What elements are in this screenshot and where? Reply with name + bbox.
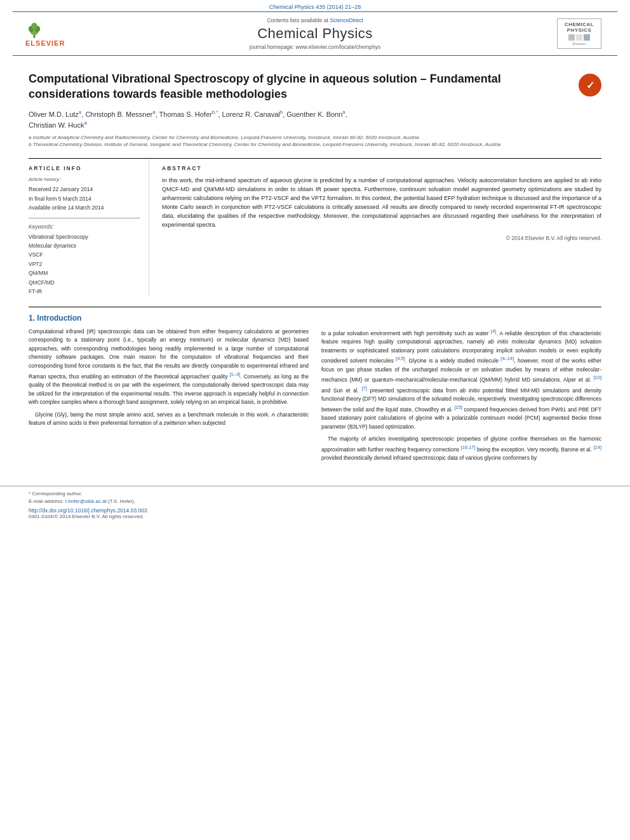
keyword-4: VPT2 bbox=[29, 260, 140, 269]
email-address: t.hofer@uibk.ac.at bbox=[65, 498, 107, 504]
section-divider bbox=[29, 307, 601, 307]
chem-phys-logo: CHEMICAL PHYSICS Elsevier bbox=[557, 18, 601, 49]
article-info-abstract: ARTICLE INFO Article history: Received 2… bbox=[29, 158, 601, 296]
keyword-6: QMCF/MD bbox=[29, 278, 140, 287]
received-date: Received 22 January 2014 bbox=[29, 185, 140, 194]
keywords-label: Keywords: bbox=[29, 223, 140, 230]
body-col-right: to a polar solvation environment with hi… bbox=[321, 328, 601, 467]
final-form-date: In final form 5 March 2014 bbox=[29, 194, 140, 203]
body-two-col: Computational infrared (IR) spectroscopi… bbox=[29, 328, 601, 467]
intro-para-2: Glycine (Gly), being the most simple ami… bbox=[29, 411, 309, 428]
article-title-section: Computational Vibrational Spectroscopy o… bbox=[29, 71, 601, 102]
article-dates: Received 22 January 2014 In final form 5… bbox=[29, 185, 140, 212]
abstract-text: In this work, the mid-infrared spectrum … bbox=[162, 177, 601, 230]
journal-top-bar: Chemical Physics 435 (2014) 21–28 bbox=[0, 0, 630, 11]
available-date: Available online 14 March 2014 bbox=[29, 203, 140, 212]
copyright-line: © 2014 Elsevier B.V. All rights reserved… bbox=[162, 235, 601, 241]
body-col-left: Computational infrared (IR) spectroscopi… bbox=[29, 328, 309, 467]
section-title: 1. Introduction bbox=[29, 314, 601, 323]
journal-logo-right: CHEMICAL PHYSICS Elsevier bbox=[554, 18, 605, 49]
keyword-1: Vibrational Spectroscopy bbox=[29, 232, 140, 241]
abstract-heading: ABSTRACT bbox=[162, 165, 601, 171]
homepage-line: journal homepage: www.elsevier.com/locat… bbox=[76, 44, 554, 50]
footer-issn: 0301-0104/© 2014 Elsevier B.V. All right… bbox=[29, 514, 601, 519]
affiliation-a: a Institute of Analytical Chemistry and … bbox=[29, 134, 601, 141]
info-divider bbox=[29, 218, 140, 218]
email-label: E-mail address: bbox=[29, 498, 64, 504]
intro-para-1: Computational infrared (IR) spectroscopi… bbox=[29, 328, 309, 407]
intro-para-3: to a polar solvation environment with hi… bbox=[321, 328, 601, 432]
article-info-heading: ARTICLE INFO bbox=[29, 165, 140, 171]
affiliation-b: b Theoretical Chemistry Division, Instit… bbox=[29, 141, 601, 148]
intro-para-4: The majority of articles investigating s… bbox=[321, 435, 601, 463]
elsevier-tree-icon bbox=[25, 21, 43, 39]
keyword-5: QM/MM bbox=[29, 269, 140, 277]
keyword-7: FT-IR bbox=[29, 287, 140, 296]
journal-header-center: Contents lists available at ScienceDirec… bbox=[76, 17, 554, 50]
email-person: (T.S. Hofer). bbox=[108, 498, 135, 504]
logo-text: CHEMICAL PHYSICS bbox=[560, 22, 598, 33]
journal-header: ELSEVIER Contents lists available at Sci… bbox=[13, 11, 617, 56]
footer-doi[interactable]: http://dx.doi.org/10.1016/j.chemphys.201… bbox=[29, 507, 601, 514]
keyword-2: Molecular dynamics bbox=[29, 241, 140, 250]
affiliations: a Institute of Analytical Chemistry and … bbox=[29, 134, 601, 148]
sciencedirect-link[interactable]: ScienceDirect bbox=[330, 17, 363, 23]
journal-title-main: Chemical Physics bbox=[76, 25, 554, 42]
authors: Oliver M.D. Lutza, Christoph B. Messnera… bbox=[29, 109, 601, 130]
history-label: Article history: bbox=[29, 177, 140, 182]
crossmark-badge: ✓ bbox=[579, 74, 601, 97]
svg-point-4 bbox=[31, 22, 37, 29]
footer-email: E-mail address: t.hofer@uibk.ac.at (T.S.… bbox=[29, 498, 601, 505]
article-info-col: ARTICLE INFO Article history: Received 2… bbox=[29, 159, 149, 296]
corresponding-label: * Corresponding author. bbox=[29, 491, 83, 497]
page: Chemical Physics 435 (2014) 21–28 ELSEVI… bbox=[0, 0, 630, 840]
keywords-list: Vibrational Spectroscopy Molecular dynam… bbox=[29, 232, 140, 297]
contents-line: Contents lists available at ScienceDirec… bbox=[76, 17, 554, 23]
main-content: Computational Vibrational Spectroscopy o… bbox=[0, 56, 630, 473]
article-title: Computational Vibrational Spectroscopy o… bbox=[29, 71, 579, 102]
footer-corresponding: * Corresponding author. bbox=[29, 490, 601, 498]
elsevier-logo: ELSEVIER bbox=[25, 21, 76, 47]
crossmark-icon: ✓ bbox=[586, 79, 594, 91]
page-footer: * Corresponding author. E-mail address: … bbox=[0, 486, 630, 519]
journal-ref: Chemical Physics 435 (2014) 21–28 bbox=[269, 4, 361, 10]
elsevier-text: ELSEVIER bbox=[25, 39, 65, 47]
keyword-3: VSCF bbox=[29, 250, 140, 259]
abstract-col: ABSTRACT In this work, the mid-infrared … bbox=[162, 159, 601, 296]
